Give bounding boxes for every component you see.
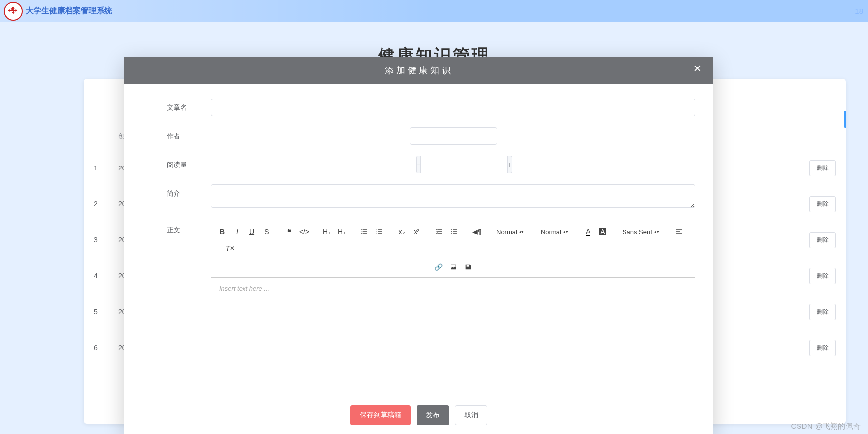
strike-icon[interactable]: S	[260, 224, 274, 239]
delete-button[interactable]: 删除	[809, 340, 836, 356]
bold-icon[interactable]: B	[215, 224, 229, 239]
author-input[interactable]	[410, 127, 497, 145]
row-index: 5	[94, 308, 118, 316]
bullet-list-icon[interactable]	[372, 224, 386, 239]
add-button-edge[interactable]	[844, 111, 846, 128]
minus-icon[interactable]: −	[416, 156, 420, 173]
link-icon[interactable]: 🔗	[432, 260, 446, 274]
row-body: 正文 B I U S ❝ </> H₁ H₂	[142, 221, 695, 367]
label-article-name: 文章名	[142, 99, 211, 116]
direction-icon[interactable]: ◀¶	[470, 224, 484, 239]
label-views: 阅读量	[142, 156, 211, 173]
superscript-icon[interactable]: x²	[410, 224, 423, 239]
row-summary: 简介	[142, 184, 695, 210]
row-index: 6	[94, 344, 118, 352]
bg-color-icon[interactable]: A	[596, 224, 610, 239]
delete-button[interactable]: 删除	[809, 232, 836, 248]
align-icon[interactable]	[672, 224, 686, 239]
save-icon[interactable]	[461, 260, 475, 274]
modal-title: 添加健康知识	[385, 65, 453, 76]
modal-header: 添加健康知识 ✕	[124, 57, 713, 84]
close-icon[interactable]: ✕	[694, 64, 704, 73]
subscript-icon[interactable]: x₂	[395, 224, 409, 239]
rich-editor: B I U S ❝ </> H₁ H₂	[211, 221, 695, 367]
underline-icon[interactable]: U	[245, 224, 259, 239]
editor-toolbar: B I U S ❝ </> H₁ H₂	[211, 221, 695, 278]
delete-button[interactable]: 删除	[809, 304, 836, 320]
watermark: CSDN @飞翔的佩奇	[791, 422, 861, 431]
app-header: 大学生健康档案管理系统 18	[0, 0, 868, 22]
header-picker[interactable]: Normal▴▾	[537, 228, 572, 235]
delete-button[interactable]: 删除	[809, 268, 836, 284]
h1-icon[interactable]: H₁	[320, 224, 334, 239]
row-index: 4	[94, 272, 118, 280]
modal-body: 文章名 作者 阅读量 − + 简介	[124, 84, 713, 397]
row-article-name: 文章名	[142, 99, 695, 116]
views-input[interactable]	[420, 156, 508, 173]
modal-footer: 保存到草稿箱 发布 取消	[124, 397, 713, 434]
add-knowledge-modal: 添加健康知识 ✕ 文章名 作者 阅读量 − +	[124, 57, 713, 434]
code-icon[interactable]: </>	[297, 224, 311, 239]
publish-button[interactable]: 发布	[417, 405, 449, 425]
italic-icon[interactable]: I	[230, 224, 244, 239]
label-summary: 简介	[142, 184, 211, 210]
delete-button[interactable]: 删除	[809, 196, 836, 212]
image-icon[interactable]	[447, 260, 460, 274]
logo-icon	[4, 2, 23, 21]
save-draft-button[interactable]: 保存到草稿箱	[350, 405, 411, 425]
clear-format-icon[interactable]: T✕	[223, 241, 237, 256]
editor-content[interactable]: Insert text here ...	[211, 278, 695, 367]
outdent-icon[interactable]	[432, 224, 446, 239]
label-author: 作者	[142, 127, 211, 145]
row-views: 阅读量 − +	[142, 156, 695, 173]
indent-icon[interactable]	[447, 224, 461, 239]
article-name-input[interactable]	[211, 99, 695, 116]
size-picker[interactable]: Normal▴▾	[492, 228, 528, 235]
blockquote-icon[interactable]: ❝	[282, 224, 296, 239]
font-picker[interactable]: Sans Serif▴▾	[619, 228, 663, 235]
delete-button[interactable]: 删除	[809, 160, 836, 176]
text-color-icon[interactable]: A	[581, 224, 595, 239]
ordered-list-icon[interactable]	[357, 224, 371, 239]
label-body: 正文	[142, 221, 211, 367]
row-index: 2	[94, 200, 118, 208]
row-index: 3	[94, 236, 118, 244]
cancel-button[interactable]: 取消	[455, 405, 487, 425]
system-title: 大学生健康档案管理系统	[26, 6, 112, 16]
summary-textarea[interactable]	[211, 184, 695, 208]
row-index: 1	[94, 164, 118, 172]
plus-icon[interactable]: +	[508, 156, 512, 173]
row-author: 作者	[142, 127, 695, 145]
h2-icon[interactable]: H₂	[335, 224, 348, 239]
views-stepper[interactable]: − +	[416, 156, 491, 173]
header-right-text: 18	[855, 0, 863, 22]
